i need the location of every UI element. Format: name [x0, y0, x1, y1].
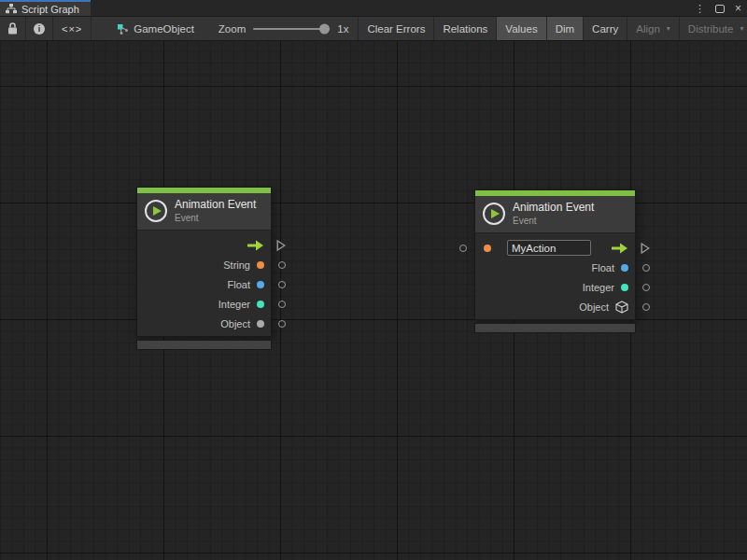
code-icon: <×> [62, 23, 82, 35]
chevron-down-icon: ▾ [740, 24, 743, 33]
relations-label: Relations [443, 23, 487, 35]
object-output-port[interactable] [642, 303, 650, 311]
node-animation-event-2[interactable]: Animation Event Event [474, 189, 636, 333]
integer-output-port[interactable] [278, 301, 286, 308]
zoom-slider-thumb[interactable] [319, 23, 330, 34]
lock-icon [7, 22, 18, 35]
node-title: Animation Event [175, 199, 256, 211]
node-footer [136, 340, 272, 350]
action-name-row [475, 238, 635, 258]
gameobject-button[interactable]: GameObject [108, 17, 209, 40]
cube-icon [615, 301, 628, 314]
close-icon[interactable]: × [735, 4, 741, 13]
window-tab-bar: Script Graph ⋮ × [0, 0, 747, 17]
code-preview-button[interactable]: <×> [53, 17, 92, 40]
node-body: Float Integer Object [475, 233, 635, 319]
port-label: Float [592, 262, 614, 273]
chevron-down-icon: ▾ [667, 24, 670, 33]
zoom-slider[interactable] [253, 28, 330, 30]
values-label: Values [505, 23, 537, 35]
distribute-button[interactable]: Distribute ▾ [680, 17, 747, 40]
align-label: Align [636, 23, 660, 35]
dim-label: Dim [556, 23, 574, 35]
port-label: Integer [583, 282, 614, 293]
port-label: Float [228, 279, 250, 290]
node-body: String Float Integer Object [137, 231, 271, 336]
relations-button[interactable]: Relations [434, 17, 497, 40]
graph-canvas[interactable]: Animation Event Event String [0, 41, 747, 560]
control-output-row [137, 235, 271, 255]
float-output-port[interactable] [642, 264, 650, 272]
lock-button[interactable] [0, 17, 26, 40]
event-play-icon [483, 203, 505, 225]
distribute-label: Distribute [688, 23, 734, 35]
string-output-port[interactable] [278, 261, 286, 269]
node-subtitle: Event [175, 213, 256, 223]
integer-type-dot [257, 301, 264, 308]
output-row-string: String [137, 255, 271, 274]
control-flow-arrow-icon [246, 240, 264, 251]
output-row-object: Object [137, 314, 271, 333]
zoom-control: Zoom 1x [209, 17, 359, 40]
integer-output-port[interactable] [642, 284, 650, 291]
window-controls: ⋮ × [695, 0, 741, 17]
maximize-icon[interactable] [715, 5, 725, 13]
tab-script-graph[interactable]: Script Graph [0, 0, 91, 16]
graph-toolbar: i <×> GameObject Zoom 1x Clear Errors Re… [0, 17, 747, 41]
info-icon: i [34, 23, 45, 35]
zoom-value: 1x [337, 23, 348, 35]
port-label: String [223, 259, 250, 271]
values-button[interactable]: Values [497, 17, 546, 40]
float-type-dot [257, 281, 264, 288]
tab-label: Script Graph [21, 4, 79, 15]
action-name-input-port[interactable] [459, 245, 467, 252]
port-label: Object [220, 318, 250, 329]
string-type-dot [484, 245, 491, 252]
event-play-icon [145, 200, 167, 222]
control-output-port[interactable] [276, 239, 286, 251]
node-footer [474, 323, 636, 333]
dim-button[interactable]: Dim [547, 17, 584, 40]
node-header[interactable]: Animation Event Event [137, 193, 271, 231]
port-label: Object [579, 301, 609, 313]
output-row-float: Float [137, 274, 271, 294]
output-row-integer: Integer [475, 277, 635, 297]
carry-label: Carry [592, 23, 618, 35]
port-label: Integer [218, 299, 250, 310]
graph-hierarchy-icon [6, 4, 17, 14]
toolbar-spacer [92, 17, 108, 40]
string-type-dot [257, 261, 264, 269]
output-row-float: Float [475, 258, 635, 277]
window-menu-icon[interactable]: ⋮ [695, 3, 705, 15]
align-button[interactable]: Align ▾ [627, 17, 680, 40]
control-output-port[interactable] [641, 242, 650, 254]
node-subtitle: Event [513, 216, 594, 226]
action-name-field[interactable] [507, 240, 591, 256]
object-type-dot [257, 320, 264, 328]
script-graph-node-icon [117, 23, 129, 35]
zoom-label: Zoom [218, 23, 246, 35]
object-output-port[interactable] [278, 320, 286, 328]
integer-type-dot [621, 284, 628, 291]
float-type-dot [621, 264, 628, 272]
output-row-object: Object [475, 297, 635, 316]
node-title: Animation Event [513, 202, 594, 214]
output-row-integer: Integer [137, 294, 271, 314]
float-output-port[interactable] [278, 281, 286, 288]
gameobject-label: GameObject [134, 23, 194, 35]
node-animation-event-1[interactable]: Animation Event Event String [136, 187, 272, 350]
control-flow-arrow-icon [610, 243, 628, 254]
node-header[interactable]: Animation Event Event [475, 196, 635, 233]
carry-button[interactable]: Carry [584, 17, 627, 40]
inspect-button[interactable]: i [26, 17, 53, 40]
clear-errors-button[interactable]: Clear Errors [359, 17, 434, 40]
clear-errors-label: Clear Errors [367, 23, 425, 35]
